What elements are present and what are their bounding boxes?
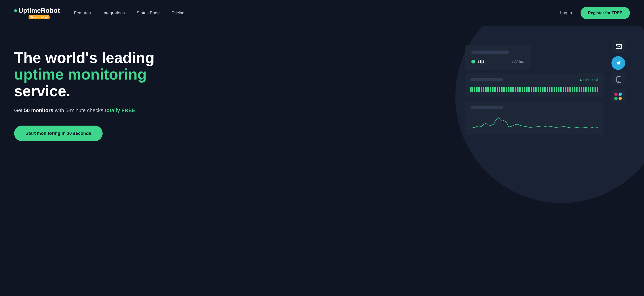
heading-line1: The world's leading bbox=[14, 49, 154, 66]
monitor-status: Up 527 hrs bbox=[471, 59, 524, 65]
uptime-bars bbox=[470, 85, 598, 92]
uptime-bar bbox=[590, 87, 591, 92]
navigation: UptimeRobot We are hiring! Features Inte… bbox=[0, 0, 644, 26]
uptime-bar bbox=[524, 87, 525, 92]
monitor-card-bar bbox=[471, 51, 509, 54]
uptime-bar bbox=[547, 87, 548, 92]
uptime-bar bbox=[536, 87, 538, 92]
uptime-bar bbox=[478, 87, 479, 92]
uptime-bar bbox=[501, 87, 502, 92]
chart-label bbox=[470, 106, 504, 109]
uptime-bar bbox=[504, 87, 506, 92]
uptime-bar bbox=[472, 87, 474, 92]
uptime-bar bbox=[485, 87, 486, 92]
uptime-bar bbox=[549, 87, 550, 92]
uptime-bar bbox=[579, 87, 580, 92]
uptime-bar bbox=[486, 87, 488, 92]
uptime-bar bbox=[492, 87, 493, 92]
uptime-bar bbox=[497, 87, 498, 92]
operational-text: Operational bbox=[580, 78, 598, 82]
uptime-bar bbox=[502, 87, 504, 92]
hero-heading: The world's leading uptime monitoring se… bbox=[14, 50, 174, 99]
login-link[interactable]: Log In bbox=[560, 11, 572, 16]
uptime-bar bbox=[533, 87, 534, 92]
uptime-bar bbox=[531, 87, 532, 92]
uptime-bar-red bbox=[568, 87, 570, 92]
hero-subtext: Get 50 monitors with 5-minute checks tot… bbox=[14, 106, 156, 114]
uptime-bar bbox=[474, 87, 475, 92]
dashboard-mockup: Up 527 hrs bbox=[465, 40, 630, 130]
uptime-bar bbox=[517, 87, 518, 92]
monitor-card: Up 527 hrs bbox=[465, 45, 531, 70]
hero-section: The world's leading uptime monitoring se… bbox=[0, 26, 644, 296]
uptime-bar bbox=[570, 87, 572, 92]
uptime-bar bbox=[583, 87, 584, 92]
hiring-badge[interactable]: We are hiring! bbox=[28, 15, 50, 19]
uptime-bar bbox=[556, 87, 557, 92]
uptime-bar bbox=[581, 87, 582, 92]
hero-right: Up 527 hrs bbox=[322, 36, 630, 130]
uptime-bar bbox=[483, 87, 484, 92]
uptime-bar bbox=[488, 87, 490, 92]
notification-icons bbox=[611, 40, 625, 103]
status-hours: 527 hrs bbox=[512, 60, 524, 64]
uptime-bar bbox=[520, 87, 522, 92]
uptime-bar bbox=[508, 87, 509, 92]
register-button[interactable]: Register for FREE bbox=[580, 7, 630, 19]
telegram-notification-icon bbox=[612, 56, 625, 70]
uptime-bar bbox=[494, 87, 495, 92]
uptime-bar bbox=[544, 87, 545, 92]
nav-integrations[interactable]: Integrations bbox=[102, 11, 125, 16]
uptime-bar bbox=[538, 87, 539, 92]
uptime-bar bbox=[592, 87, 593, 92]
uptime-bar bbox=[567, 87, 568, 92]
subtext-part1: Get bbox=[14, 107, 24, 113]
nav-right: Log In Register for FREE bbox=[560, 7, 630, 19]
status-bar-top: Operational bbox=[470, 78, 598, 82]
status-dot-green bbox=[471, 60, 475, 64]
uptime-bar bbox=[496, 87, 496, 92]
uptime-bar bbox=[588, 87, 589, 92]
uptime-bar bbox=[529, 87, 530, 92]
logo-area: UptimeRobot We are hiring! bbox=[14, 7, 60, 19]
uptime-bar bbox=[506, 87, 507, 92]
subtext-part2: with 5-minute checks bbox=[53, 107, 105, 113]
uptime-bar bbox=[512, 87, 512, 92]
status-bar-label bbox=[470, 78, 504, 81]
nav-features[interactable]: Features bbox=[74, 11, 91, 16]
uptime-bar bbox=[490, 87, 491, 92]
status-text: Up bbox=[478, 59, 484, 65]
uptime-bar bbox=[481, 87, 482, 92]
uptime-bar bbox=[597, 87, 598, 92]
svg-point-2 bbox=[618, 81, 619, 82]
phone-notification-icon bbox=[612, 73, 625, 86]
cta-button[interactable]: Start monitoring in 30 seconds bbox=[14, 126, 102, 141]
uptime-bar bbox=[542, 87, 543, 92]
uptime-bar bbox=[518, 87, 520, 92]
uptime-bar bbox=[586, 87, 588, 92]
logo[interactable]: UptimeRobot bbox=[14, 7, 60, 15]
uptime-bar bbox=[499, 87, 500, 92]
uptime-bar bbox=[540, 87, 541, 92]
uptime-bar bbox=[552, 87, 554, 92]
uptime-bar bbox=[515, 87, 516, 92]
svg-rect-0 bbox=[616, 44, 622, 49]
uptime-bar bbox=[560, 87, 561, 92]
nav-pricing[interactable]: Pricing bbox=[172, 11, 184, 16]
uptime-bar bbox=[526, 87, 527, 92]
uptime-bar bbox=[576, 87, 577, 92]
nav-status-page[interactable]: Status Page bbox=[136, 11, 160, 16]
uptime-bar bbox=[550, 87, 552, 92]
uptime-bar bbox=[510, 87, 511, 92]
uptime-bar bbox=[562, 87, 562, 92]
response-chart bbox=[470, 113, 598, 129]
heading-green: uptime monitoring bbox=[14, 66, 147, 83]
status-bar-card: Operational bbox=[465, 73, 604, 97]
logo-text: UptimeRobot bbox=[18, 7, 60, 15]
uptime-bar bbox=[563, 87, 564, 92]
chart-card bbox=[465, 102, 604, 135]
heading-white: service. bbox=[14, 83, 70, 100]
uptime-bar bbox=[595, 87, 596, 92]
uptime-bar bbox=[558, 87, 559, 92]
uptime-bar bbox=[546, 87, 546, 92]
